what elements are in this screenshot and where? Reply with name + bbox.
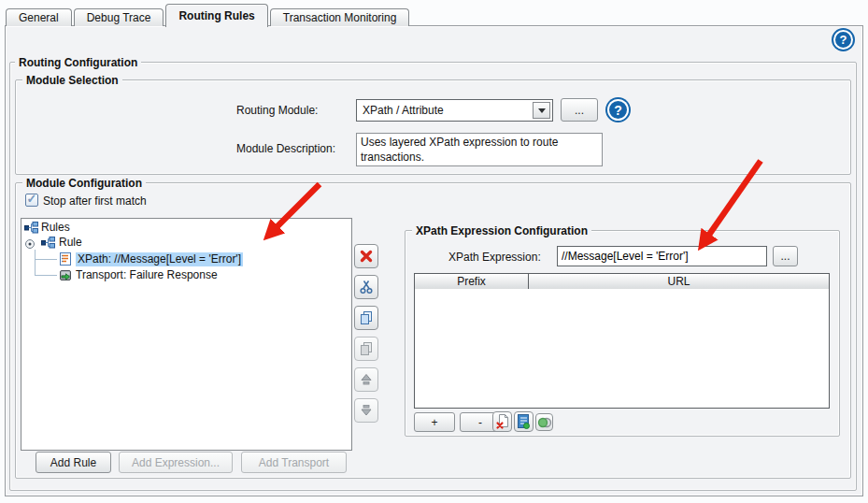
paste-button[interactable] bbox=[354, 337, 378, 361]
tab-general[interactable]: General bbox=[6, 8, 72, 26]
delete-namespace-button[interactable] bbox=[492, 411, 512, 432]
rules-tree: Rules Rule XPath: //Message[Level = 'Err… bbox=[21, 218, 352, 451]
module-configuration-title: Module Configuration bbox=[22, 177, 146, 190]
stop-after-first-match-label: Stop after first match bbox=[43, 194, 147, 208]
rule-node-icon bbox=[41, 237, 55, 249]
add-namespace-button[interactable]: + bbox=[414, 412, 455, 432]
move-down-icon bbox=[359, 403, 374, 418]
xpath-expression-configuration-title: XPath Expression Configuration bbox=[412, 224, 591, 237]
module-selection-title: Module Selection bbox=[22, 74, 122, 87]
namespace-table: Prefix URL bbox=[414, 273, 830, 409]
routing-rules-screen: General Debug Trace Routing Rules Transa… bbox=[0, 0, 868, 503]
add-rule-button[interactable]: Add Rule bbox=[36, 452, 111, 473]
module-description-label: Module Description: bbox=[236, 142, 335, 155]
tree-expand-handle-icon[interactable] bbox=[24, 238, 36, 250]
copy-button[interactable] bbox=[354, 306, 378, 330]
cut-icon bbox=[359, 280, 374, 295]
tab-bar: General Debug Trace Routing Rules Transa… bbox=[6, 2, 411, 26]
xpath-browse-button[interactable]: ... bbox=[773, 246, 798, 266]
transport-node-icon bbox=[59, 268, 72, 281]
stop-after-first-match-checkbox[interactable]: ✓ bbox=[25, 194, 38, 207]
routing-configuration-title: Routing Configuration bbox=[15, 56, 141, 69]
tree-item-rules[interactable]: Rules bbox=[41, 221, 70, 235]
page-help-icon[interactable]: ? bbox=[833, 30, 853, 50]
copy-icon bbox=[359, 310, 374, 325]
xpath-expression-label: XPath Expression: bbox=[448, 251, 541, 264]
tree-connector-line bbox=[35, 250, 36, 276]
tab-transaction-monitoring[interactable]: Transaction Monitoring bbox=[270, 8, 410, 26]
routing-module-selected-value: XPath / Attribute bbox=[363, 104, 444, 117]
routing-module-browse-button[interactable]: ... bbox=[561, 98, 598, 122]
move-up-icon bbox=[359, 372, 374, 387]
question-mark-glyph: ? bbox=[840, 33, 847, 47]
add-transport-button[interactable]: Add Transport bbox=[241, 452, 347, 473]
routing-module-label: Routing Module: bbox=[236, 104, 318, 117]
toggle-namespace-button[interactable] bbox=[535, 413, 553, 431]
paste-icon bbox=[359, 341, 374, 356]
add-expression-button[interactable]: Add Expression... bbox=[119, 452, 233, 473]
tree-item-xpath[interactable]: XPath: //Message[Level = 'Error'] bbox=[76, 252, 243, 266]
validate-namespaces-button[interactable] bbox=[514, 411, 534, 432]
column-header-url[interactable]: URL bbox=[529, 274, 829, 289]
tab-routing-rules[interactable]: Routing Rules bbox=[165, 4, 267, 27]
xpath-node-icon bbox=[59, 252, 72, 266]
delete-button[interactable] bbox=[354, 244, 378, 268]
rules-node-icon bbox=[24, 222, 38, 234]
xpath-expression-input[interactable] bbox=[557, 246, 767, 266]
tree-connector-line bbox=[36, 275, 57, 276]
module-help-icon[interactable]: ? bbox=[607, 99, 629, 121]
routing-module-dropdown[interactable]: XPath / Attribute bbox=[356, 99, 553, 122]
tree-item-rule[interactable]: Rule bbox=[59, 236, 82, 250]
toggle-namespace-icon bbox=[537, 417, 552, 428]
cut-button[interactable] bbox=[354, 275, 378, 299]
move-down-button[interactable] bbox=[354, 398, 378, 423]
delete-icon bbox=[359, 249, 374, 264]
move-up-button[interactable] bbox=[354, 367, 378, 392]
module-description-box: Uses layered XPath expression to route t… bbox=[356, 133, 603, 166]
column-header-prefix[interactable]: Prefix bbox=[415, 274, 529, 289]
namespace-table-body bbox=[415, 289, 829, 408]
validate-namespaces-icon bbox=[517, 413, 531, 430]
tab-debug-trace[interactable]: Debug Trace bbox=[74, 8, 164, 26]
delete-namespace-icon bbox=[495, 413, 510, 430]
question-mark-glyph: ? bbox=[614, 103, 622, 118]
chevron-down-icon bbox=[538, 108, 546, 117]
dropdown-arrow-button[interactable] bbox=[533, 102, 550, 119]
tree-item-transport[interactable]: Transport: Failure Response bbox=[76, 268, 218, 282]
checkmark-icon: ✓ bbox=[27, 194, 37, 204]
tree-connector-line bbox=[36, 259, 57, 260]
namespace-table-header: Prefix URL bbox=[415, 274, 829, 290]
